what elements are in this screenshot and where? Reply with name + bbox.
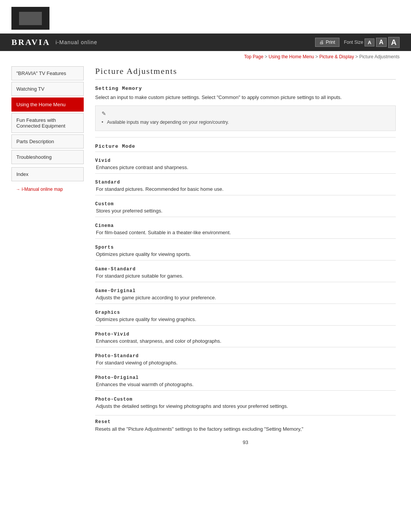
bravia-logo: BRAVIA [11, 37, 50, 47]
sidebar-item-home-menu[interactable]: Using the Home Menu [11, 97, 84, 112]
sidebar-item-parts-description[interactable]: Parts Description [11, 134, 84, 149]
mode-title: Cinema [95, 223, 396, 228]
picture-mode-item: StandardFor standard pictures. Recommend… [95, 173, 396, 192]
mode-title: Photo-Vivid [95, 332, 396, 337]
logo-area [0, 0, 411, 34]
main-layout: "BRAVIA" TV Features Watching TV Using t… [0, 62, 411, 464]
sidebar-item-index[interactable]: Index [11, 167, 84, 181]
reset-desc: Resets all the "Picture Adjustments" set… [95, 426, 396, 432]
breadcrumb-top-page[interactable]: Top Page [244, 54, 263, 59]
picture-mode-item: Game-OriginalAdjusts the game picture ac… [95, 282, 396, 300]
mode-title: Vivid [95, 158, 396, 163]
picture-mode-item: Photo-VividEnhances contrast, sharpness,… [95, 325, 396, 344]
mode-desc: Enhances the visual warmth of photograph… [95, 382, 396, 387]
nav-brand: BRAVIA i-Manual online [11, 37, 97, 47]
sidebar-manual-map-link[interactable]: → i-Manual online map [11, 183, 84, 192]
nav-bar: BRAVIA i-Manual online 🖨 Print Font Size… [0, 34, 411, 51]
note-bullet: Available inputs may vary depending on y… [102, 119, 389, 126]
sidebar-item-fun-features[interactable]: Fun Features with Connected Equipment [11, 113, 84, 133]
mode-title: Game-Original [95, 288, 396, 294]
divider-1 [95, 137, 396, 137]
mode-title: Graphics [95, 310, 396, 315]
picture-modes-list: VividEnhances picture contrast and sharp… [95, 152, 396, 409]
print-button[interactable]: 🖨 Print [315, 38, 339, 47]
picture-mode-item: Photo-StandardFor standard viewing of ph… [95, 347, 396, 366]
mode-desc: Enhances picture contrast and sharpness. [95, 165, 396, 170]
arrow-icon: → [16, 187, 20, 192]
picture-mode-title: Picture Mode [95, 144, 396, 149]
mode-desc: Stores your preferred settings. [95, 208, 396, 214]
picture-mode-item: Photo-CustomAdjusts the detailed setting… [95, 390, 396, 409]
picture-mode-item: Game-StandardFor standard picture suitab… [95, 260, 396, 279]
picture-mode-item: Photo-OriginalEnhances the visual warmth… [95, 369, 396, 387]
picture-mode-item: SportsOptimizes picture quality for view… [95, 238, 396, 257]
mode-title: Photo-Original [95, 375, 396, 380]
mode-desc: For standard viewing of photographs. [95, 360, 396, 366]
mode-title: Photo-Custom [95, 397, 396, 402]
breadcrumb-current: Picture Adjustments [359, 54, 400, 59]
mode-title: Photo-Standard [95, 353, 396, 359]
logo-box [11, 7, 49, 30]
mode-desc: Optimizes picture quality for viewing gr… [95, 316, 396, 322]
page-number: 93 [95, 439, 396, 445]
nav-subtitle: i-Manual online [56, 39, 97, 45]
breadcrumb-picture-display[interactable]: Picture & Display [319, 54, 354, 59]
mode-desc: Adjusts the detailed settings for viewin… [95, 403, 396, 409]
print-icon: 🖨 [319, 40, 324, 45]
sidebar-item-bravia-features[interactable]: "BRAVIA" TV Features [11, 66, 84, 80]
mode-desc: Optimizes picture quality for viewing sp… [95, 251, 396, 257]
mode-desc: For film-based content. Suitable in a th… [95, 230, 396, 235]
font-size-label: Font Size [344, 40, 363, 45]
mode-desc: For standard picture suitable for games. [95, 273, 396, 279]
mode-title: Standard [95, 180, 396, 185]
setting-memory-title: Setting Memory [95, 86, 396, 91]
font-medium-button[interactable]: A [376, 38, 387, 47]
font-small-button[interactable]: A [365, 38, 374, 46]
sidebar-item-troubleshooting[interactable]: Troubleshooting [11, 150, 84, 164]
picture-mode-item: VividEnhances picture contrast and sharp… [95, 152, 396, 170]
sidebar-item-watching-tv[interactable]: Watching TV [11, 82, 84, 96]
font-large-button[interactable]: A [388, 37, 400, 48]
mode-title: Game-Standard [95, 267, 396, 272]
reset-title: Reset [95, 419, 396, 425]
breadcrumb: Top Page > Using the Home Menu > Picture… [0, 51, 411, 62]
picture-mode-item: CinemaFor film-based content. Suitable i… [95, 217, 396, 235]
picture-mode-item: GraphicsOptimizes picture quality for vi… [95, 304, 396, 322]
note-icon: ✎ [102, 110, 389, 117]
mode-desc: Enhances contrast, sharpness, and color … [95, 338, 396, 344]
content-area: Picture Adjustments Setting Memory Selec… [84, 62, 411, 453]
note-box: ✎ Available inputs may vary depending on… [95, 105, 396, 131]
mode-title: Custom [95, 201, 396, 207]
picture-mode-item: CustomStores your preferred settings. [95, 195, 396, 214]
setting-memory-desc: Select an input to make custom picture s… [95, 94, 396, 102]
reset-section: Reset Resets all the "Picture Adjustment… [95, 415, 396, 432]
mode-title: Sports [95, 245, 396, 250]
page-title: Picture Adjustments [95, 66, 396, 80]
logo-image [19, 12, 42, 25]
nav-right: 🖨 Print Font Size A A A [315, 37, 400, 48]
print-label: Print [326, 40, 335, 45]
mode-desc: Adjusts the game picture according to yo… [95, 295, 396, 300]
sidebar-link-label: i-Manual online map [22, 187, 63, 192]
font-size-controls: Font Size A A A [344, 37, 400, 48]
mode-desc: For standard pictures. Recommended for b… [95, 186, 396, 192]
breadcrumb-home-menu[interactable]: Using the Home Menu [269, 54, 314, 59]
sidebar: "BRAVIA" TV Features Watching TV Using t… [0, 62, 84, 453]
